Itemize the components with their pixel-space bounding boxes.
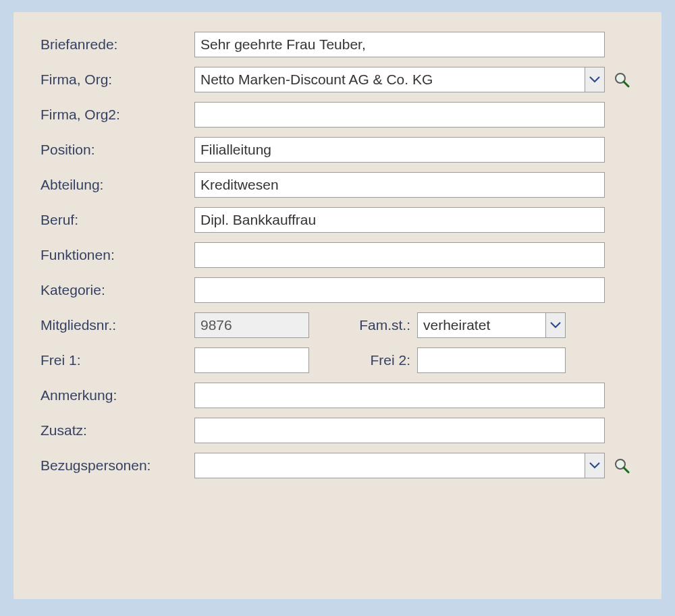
row-frei: Frei 1: Frei 2: bbox=[40, 347, 648, 374]
search-icon bbox=[614, 457, 630, 474]
label-beruf: Beruf: bbox=[40, 212, 194, 228]
chevron-down-icon bbox=[589, 76, 600, 83]
label-abteilung: Abteilung: bbox=[40, 177, 194, 193]
funktionen-input[interactable] bbox=[194, 242, 605, 268]
chevron-down-icon bbox=[550, 322, 561, 329]
svg-line-1 bbox=[624, 82, 628, 86]
row-bezugspersonen: Bezugspersonen: bbox=[40, 452, 648, 479]
row-position: Position: bbox=[40, 136, 648, 163]
label-mitgliedsnr: Mitgliedsnr.: bbox=[40, 317, 194, 333]
chevron-down-icon bbox=[589, 462, 600, 469]
firma-org-combo bbox=[194, 67, 605, 92]
label-briefanrede: Briefanrede: bbox=[40, 36, 194, 53]
row-firma-org2: Firma, Org2: bbox=[40, 101, 648, 128]
label-funktionen: Funktionen: bbox=[40, 247, 194, 263]
label-firma-org2: Firma, Org2: bbox=[40, 107, 194, 123]
briefanrede-input[interactable] bbox=[194, 32, 605, 57]
row-mitgliedsnr-famst: Mitgliedsnr.: Fam.st.: bbox=[40, 312, 648, 339]
zusatz-input[interactable] bbox=[194, 418, 605, 443]
contact-form-panel: Briefanrede: Firma, Org: Firma, Org2: Po… bbox=[14, 12, 662, 599]
famst-dropdown-button[interactable] bbox=[545, 312, 566, 338]
frei2-input[interactable] bbox=[417, 347, 566, 373]
abteilung-input[interactable] bbox=[194, 172, 605, 198]
bezugspersonen-input[interactable] bbox=[194, 453, 585, 478]
label-frei1: Frei 1: bbox=[40, 352, 194, 368]
beruf-input[interactable] bbox=[194, 207, 605, 233]
label-kategorie: Kategorie: bbox=[40, 282, 194, 298]
label-bezugspersonen: Bezugspersonen: bbox=[40, 457, 194, 474]
label-famst: Fam.st.: bbox=[309, 317, 417, 333]
label-zusatz: Zusatz: bbox=[40, 422, 194, 439]
row-zusatz: Zusatz: bbox=[40, 417, 648, 444]
label-firma-org: Firma, Org: bbox=[40, 72, 194, 88]
label-frei2: Frei 2: bbox=[309, 352, 417, 368]
row-briefanrede: Briefanrede: bbox=[40, 31, 648, 58]
row-funktionen: Funktionen: bbox=[40, 242, 648, 269]
firma-org-input[interactable] bbox=[194, 67, 585, 92]
firma-org2-input[interactable] bbox=[194, 102, 605, 128]
label-position: Position: bbox=[40, 142, 194, 158]
frei1-input[interactable] bbox=[194, 347, 309, 373]
firma-org-search-button[interactable] bbox=[612, 69, 632, 90]
kategorie-input[interactable] bbox=[194, 277, 605, 303]
row-kategorie: Kategorie: bbox=[40, 277, 648, 304]
bezugspersonen-dropdown-button[interactable] bbox=[585, 453, 605, 478]
mitgliedsnr-input bbox=[194, 312, 309, 338]
bezugspersonen-combo bbox=[194, 453, 605, 478]
search-icon bbox=[614, 72, 630, 88]
position-input[interactable] bbox=[194, 137, 605, 163]
row-firma-org: Firma, Org: bbox=[40, 66, 648, 93]
row-abteilung: Abteilung: bbox=[40, 171, 648, 198]
firma-org-dropdown-button[interactable] bbox=[585, 67, 605, 92]
svg-line-3 bbox=[624, 468, 628, 472]
bezugspersonen-search-button[interactable] bbox=[612, 455, 632, 476]
famst-input[interactable] bbox=[417, 312, 545, 338]
label-anmerkung: Anmerkung: bbox=[40, 387, 194, 403]
row-beruf: Beruf: bbox=[40, 206, 648, 233]
row-anmerkung: Anmerkung: bbox=[40, 382, 648, 409]
anmerkung-input[interactable] bbox=[194, 383, 605, 408]
famst-combo bbox=[417, 312, 566, 338]
